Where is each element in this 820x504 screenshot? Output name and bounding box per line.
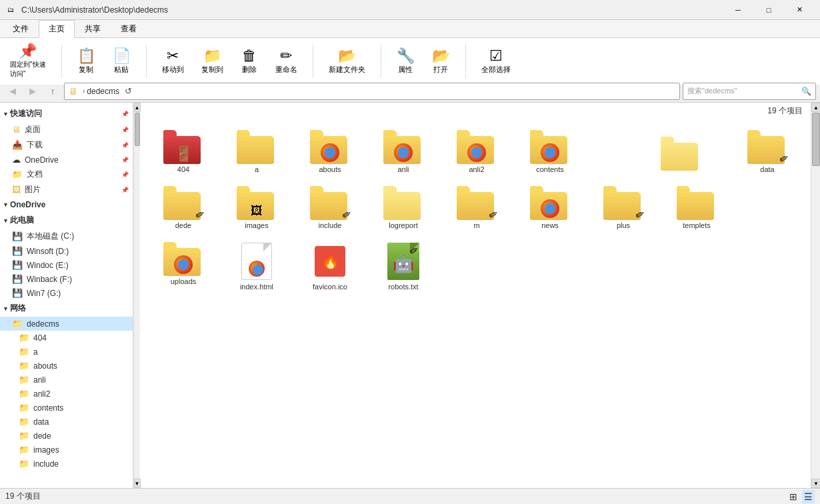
folder-item-abouts[interactable]: abouts [293,123,367,179]
folder-item-404[interactable]: 🚪 404 [147,123,220,179]
sidebar-item-anli[interactable]: 📁 anli [0,373,133,387]
folder-item-dede[interactable]: ✏ dede [147,179,220,235]
folder-item-m[interactable]: ✏ m [440,179,513,235]
sidebar-item-contents[interactable]: 📁 contents [0,401,133,415]
minimize-button[interactable]: ─ [723,0,753,20]
sidebar-item-dedecms[interactable]: 📁 dedecms [0,317,133,331]
sidebar-item-onedrive[interactable]: ☁ OneDrive 📌 [0,153,133,167]
paste-button[interactable]: 📄 粘贴 [108,45,135,78]
folder-a-icon: 📁 [19,347,29,357]
sidebar-anli-label: anli [33,375,46,385]
sidebar-item-download[interactable]: 📥 下载 📌 [0,137,133,153]
copy2-button[interactable]: 📁 复制到 [197,45,228,78]
folder-item-news[interactable]: news [513,179,587,235]
sidebar-item-abouts[interactable]: 📁 abouts [0,359,133,373]
folder-item-anli2[interactable]: anli2 [440,123,513,179]
close-button[interactable]: ✕ [784,0,815,20]
tile-view-btn[interactable]: ⊞ [787,490,799,503]
sidebar-item-d[interactable]: 💾 Winsoft (D:) [0,244,133,258]
sidebar-item-images[interactable]: 📁 images [0,443,133,457]
sidebar-images-label: images [33,445,59,455]
sidebar-item-e[interactable]: 💾 Windoc (E:) [0,258,133,272]
folder-item-anli[interactable]: anli [367,123,440,179]
forward-button[interactable]: ▶ [24,83,41,100]
file-item-favicon[interactable]: 🔥 favicon.ico [293,235,367,297]
maximize-button[interactable]: □ [753,0,784,20]
sidebar-item-a[interactable]: 📁 a [0,345,133,359]
anli2-overlay [467,143,486,162]
favicon-label: favicon.ico [313,283,347,291]
scrollbar-down-btn[interactable]: ▼ [134,479,141,488]
sidebar-item-404[interactable]: 📁 404 [0,331,133,345]
scrollbar-thumb[interactable] [135,113,140,146]
file-item-robots[interactable]: 🤖 ✏ robots.txt [367,235,440,297]
folder-item-extra[interactable] [644,130,717,178]
folder-templets-wrap [677,185,717,220]
robots-label: robots.txt [388,283,418,291]
list-view-btn[interactable]: ☰ [802,490,815,503]
folder-item-contents[interactable]: contents [513,123,587,179]
file-item-index-html[interactable]: index.html [220,235,293,297]
search-box[interactable]: 搜索"dedecms" 🔍 [683,83,816,100]
sep1 [61,45,62,78]
folder-images-icon: 📁 [19,445,29,455]
drive-c-icon: 💾 [12,231,23,241]
up-button[interactable]: ↑ [44,83,61,100]
refresh-button[interactable]: ↺ [122,85,135,97]
tab-view[interactable]: 查看 [111,20,147,37]
folder-item-plus[interactable]: ✏ plus [587,179,660,235]
back-button[interactable]: ◀ [4,83,21,100]
delete-button[interactable]: 🗑 删除 [236,45,263,78]
tab-home[interactable]: 主页 [39,20,75,38]
sidebar-item-data[interactable]: 📁 data [0,415,133,429]
scrollbar-up-btn[interactable]: ▲ [134,103,141,112]
folder-item-a[interactable]: a [220,123,293,179]
folder-item-uploads[interactable]: uploads [147,235,220,297]
abouts-overlay [321,143,339,162]
tab-share[interactable]: 共享 [75,20,111,37]
rename-button[interactable]: ✏ 重命名 [271,45,302,78]
sidebar-item-dede[interactable]: 📁 dede [0,429,133,443]
sidebar-item-anli2[interactable]: 📁 anli2 [0,387,133,401]
onedrive-header[interactable]: ▾ OneDrive [0,197,133,212]
sidebar-item-desktop[interactable]: 🖥 桌面 📌 [0,122,133,137]
folder-item-include[interactable]: ✏ include [293,179,367,235]
move-button[interactable]: ✂ 移动到 [157,45,189,78]
address-input[interactable]: 🖥 › dedecms ↺ [64,83,680,100]
folder-item-images[interactable]: 🖼 images [220,179,293,235]
pc-header[interactable]: ▾ 此电脑 [0,212,133,229]
sidebar-abouts-label: abouts [33,361,57,371]
pin4-icon: 📌 [121,171,129,178]
folder-item-data[interactable]: ✏ data [731,123,804,179]
pin-button[interactable]: 📌 固定到"快速访问" [5,41,51,82]
folder-item-templets[interactable]: templets [660,179,733,235]
sidebar-item-docs[interactable]: 📁 文档 📌 [0,167,133,182]
quick-access-header[interactable]: ▾ 快速访问 📌 [0,105,133,122]
content-scrollbar[interactable]: ▲ ▼ [811,103,820,488]
properties-button[interactable]: 🔧 属性 [392,45,419,78]
select-all-button[interactable]: ☑ 全部选择 [477,45,515,78]
quick-access-label: 快速访问 [10,108,42,119]
folder-uploads-label: uploads [171,277,197,285]
sidebar-item-include[interactable]: 📁 include [0,457,133,471]
sidebar-item-f[interactable]: 💾 Winback (F:) [0,272,133,286]
network-header[interactable]: ▾ 网络 [0,300,133,317]
sidebar-item-c[interactable]: 💾 本地磁盘 (C:) [0,229,133,244]
open-button[interactable]: 📂 打开 [427,45,455,78]
window-controls[interactable]: ─ □ ✕ [723,0,815,20]
sidebar-scrollbar[interactable]: ▲ ▼ [133,103,140,488]
sidebar-item-g[interactable]: 💾 Win7 (G:) [0,286,133,300]
folder-a-wrap [237,129,277,164]
folder-anli2-wrap [457,129,497,164]
content-area: 19 个项目 🚪 404 [140,103,820,488]
copy-button[interactable]: 📋 复制 [73,45,100,78]
content-scroll-thumb[interactable] [812,113,820,166]
newfolder-button[interactable]: 📂 新建文件夹 [324,45,370,78]
content-scroll-up[interactable]: ▲ [811,103,820,112]
tab-file[interactable]: 文件 [3,20,39,37]
sidebar-item-pics[interactable]: 🖼 图片 📌 [0,182,133,197]
news-overlay [541,199,559,218]
content-scroll-down[interactable]: ▼ [811,479,820,488]
folder-item-logreport[interactable]: logreport [367,179,440,235]
folder-contents-wrap [530,129,570,164]
